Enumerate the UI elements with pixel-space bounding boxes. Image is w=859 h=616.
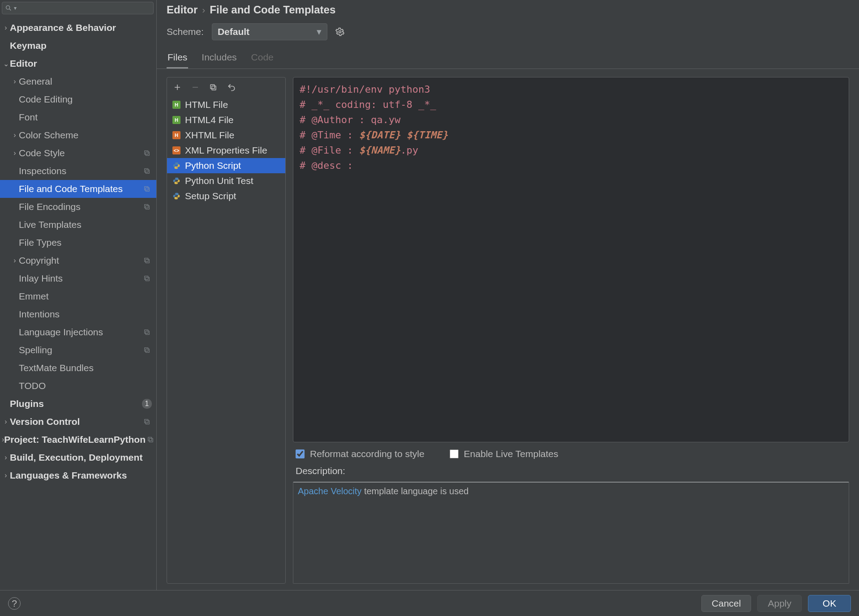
tab: Code — [250, 48, 275, 68]
project-scope-icon — [146, 435, 155, 445]
svg-rect-4 — [146, 170, 149, 173]
template-item[interactable]: HHTML4 File — [167, 112, 285, 128]
svg-point-0 — [6, 6, 10, 9]
sidebar-item[interactable]: Intentions — [0, 305, 156, 323]
sidebar-item-label: Languages & Frameworks — [10, 470, 152, 481]
sidebar-item-label: Keymap — [10, 40, 152, 51]
template-list[interactable]: HHTML FileHHTML4 FileHXHTML File<>XML Pr… — [167, 97, 285, 583]
gear-icon[interactable] — [335, 27, 344, 36]
project-scope-icon — [142, 417, 152, 427]
template-code[interactable]: #!/usr/bin/env python3 # _*_ coding: utf… — [293, 77, 849, 442]
svg-rect-21 — [148, 437, 152, 441]
template-item-label: XML Properties File — [185, 145, 267, 156]
sidebar-item-label: Emmet — [19, 291, 152, 302]
sidebar-item[interactable]: ›Build, Execution, Deployment — [0, 449, 156, 466]
sidebar-item[interactable]: ›Color Scheme — [0, 126, 156, 144]
svg-rect-18 — [146, 420, 149, 424]
sidebar-item[interactable]: ›Version Control — [0, 413, 156, 431]
sidebar-item[interactable]: Keymap — [0, 37, 156, 55]
template-item[interactable]: HXHTML File — [167, 128, 285, 143]
chevron-right-icon[interactable]: › — [11, 131, 19, 139]
search-input[interactable] — [18, 2, 150, 14]
sidebar-item[interactable]: TextMate Bundles — [0, 359, 156, 377]
template-item[interactable]: Python Unit Test — [167, 173, 285, 188]
project-scope-icon — [142, 327, 152, 337]
chevron-right-icon[interactable]: › — [11, 77, 19, 86]
sidebar-item[interactable]: Live Templates — [0, 216, 156, 234]
sidebar-item-label: File Types — [19, 237, 152, 248]
breadcrumb-separator: › — [202, 4, 205, 15]
sidebar-item[interactable]: Code Editing — [0, 90, 156, 108]
sidebar-item[interactable]: Font — [0, 108, 156, 126]
chevron-right-icon[interactable]: › — [11, 149, 19, 157]
reformat-label: Reformat according to style — [310, 449, 425, 459]
template-item-label: Python Script — [185, 160, 241, 171]
template-item-label: HTML File — [185, 99, 228, 110]
sidebar-item[interactable]: File Encodings — [0, 198, 156, 216]
cancel-button[interactable]: Cancel — [701, 595, 751, 612]
description-box: Apache Velocity template language is use… — [293, 482, 849, 584]
sidebar-item[interactable]: ›Code Style — [0, 144, 156, 162]
ok-button[interactable]: OK — [808, 595, 851, 612]
velocity-link[interactable]: Apache Velocity — [298, 486, 361, 496]
scheme-label: Scheme: — [167, 26, 204, 37]
template-item[interactable]: Python Script — [167, 158, 285, 173]
project-scope-icon — [142, 202, 152, 212]
sidebar-item[interactable]: ›Languages & Frameworks — [0, 466, 156, 484]
project-scope-icon — [142, 166, 152, 176]
project-scope-icon — [142, 345, 152, 355]
scheme-value: Default — [218, 26, 249, 37]
tab[interactable]: Includes — [201, 48, 237, 68]
svg-rect-12 — [146, 277, 149, 281]
search-box[interactable]: ▾ — [2, 2, 154, 14]
sidebar-item[interactable]: ›Appearance & Behavior — [0, 19, 156, 37]
template-tabs: FilesIncludesCode — [157, 48, 859, 69]
svg-rect-16 — [146, 349, 149, 352]
sidebar-item[interactable]: ⌄Editor — [0, 55, 156, 73]
breadcrumb-root[interactable]: Editor — [167, 4, 198, 16]
sidebar-item-label: Inspections — [19, 166, 142, 176]
svg-rect-9 — [145, 205, 148, 208]
py-file-icon — [172, 192, 180, 200]
tab[interactable]: Files — [167, 48, 188, 68]
sidebar-item[interactable]: File Types — [0, 234, 156, 252]
xml-file-icon: <> — [172, 146, 180, 154]
svg-rect-8 — [146, 205, 149, 209]
live-templates-checkbox[interactable]: Enable Live Templates — [450, 449, 558, 459]
sidebar-item-label: Editor — [10, 58, 152, 69]
sidebar-item[interactable]: TODO — [0, 377, 156, 395]
sidebar-item-label: TODO — [19, 381, 152, 391]
py-file-icon — [172, 162, 180, 170]
sidebar-item[interactable]: ›Project: TeachWifeLearnPython — [0, 431, 156, 449]
chevron-right-icon[interactable]: › — [2, 24, 10, 32]
template-item[interactable]: Setup Script — [167, 188, 285, 204]
chevron-right-icon[interactable]: › — [11, 257, 19, 265]
template-item[interactable]: HHTML File — [167, 97, 285, 112]
sidebar-item[interactable]: ›Copyright — [0, 252, 156, 270]
sidebar-item[interactable]: File and Code Templates — [0, 180, 156, 198]
sidebar-item[interactable]: ›General — [0, 73, 156, 90]
sidebar-item[interactable]: Inlay Hints — [0, 270, 156, 287]
settings-tree[interactable]: ›Appearance & BehaviorKeymap⌄Editor›Gene… — [0, 17, 156, 590]
add-icon[interactable] — [173, 83, 181, 91]
sidebar-item[interactable]: Plugins1 — [0, 395, 156, 413]
sidebar-item-label: Language Injections — [19, 327, 142, 338]
undo-icon[interactable] — [227, 83, 236, 92]
sidebar-item[interactable]: Spelling — [0, 341, 156, 359]
sidebar-item[interactable]: Emmet — [0, 287, 156, 305]
chevron-right-icon[interactable]: › — [2, 453, 10, 462]
chevron-down-icon[interactable]: ⌄ — [2, 60, 10, 68]
sidebar-item-label: Appearance & Behavior — [10, 22, 152, 33]
chevron-right-icon[interactable]: › — [2, 418, 10, 426]
reformat-checkbox[interactable]: Reformat according to style — [296, 449, 425, 459]
sidebar-item-label: Version Control — [10, 416, 142, 427]
chevron-right-icon[interactable]: › — [2, 471, 10, 479]
sidebar-item-label: Color Scheme — [19, 130, 152, 141]
sidebar-item-label: Code Style — [19, 148, 142, 158]
copy-icon[interactable] — [209, 83, 217, 91]
scheme-select[interactable]: Default ▾ — [212, 23, 327, 40]
help-button[interactable]: ? — [8, 597, 21, 610]
sidebar-item[interactable]: Language Injections — [0, 323, 156, 341]
sidebar-item[interactable]: Inspections — [0, 162, 156, 180]
template-item[interactable]: <>XML Properties File — [167, 143, 285, 158]
